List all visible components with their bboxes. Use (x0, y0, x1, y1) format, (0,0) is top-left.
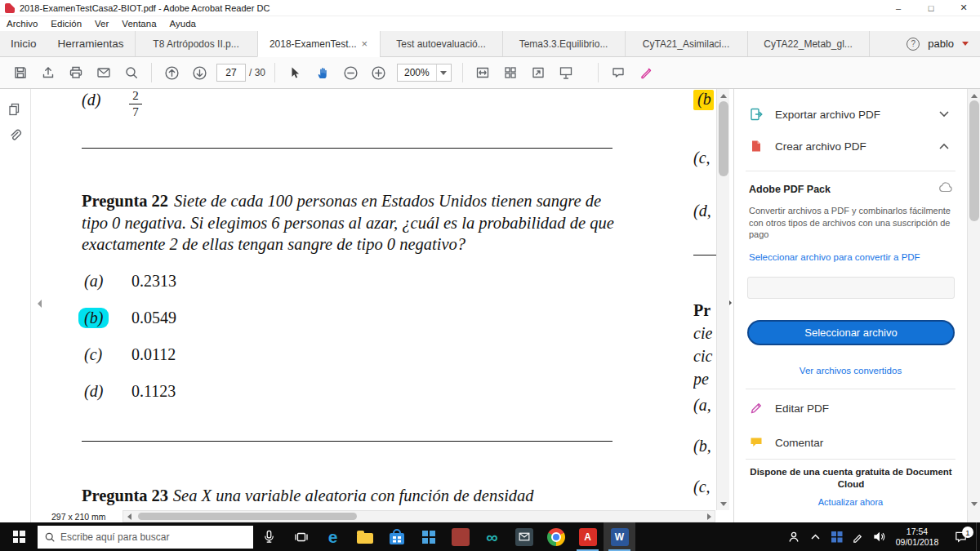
document-tab-3[interactable]: Test autoevaluació... (380, 31, 502, 56)
menu-edicion[interactable]: Edición (44, 19, 88, 29)
page-thumbnails-button[interactable] (7, 102, 22, 120)
zoom-in-button[interactable] (364, 60, 392, 85)
menu-ayuda[interactable]: Ayuda (163, 19, 203, 29)
mail-app-button[interactable] (508, 522, 540, 551)
comment-tool-button[interactable] (604, 60, 632, 85)
convert-file-link[interactable]: Seleccionar archivo para convertir a PDF (749, 252, 920, 262)
chrome-button[interactable] (540, 522, 572, 551)
converted-files-link[interactable]: Ver archivos convertidos (734, 366, 967, 375)
find-button[interactable] (118, 60, 145, 85)
presentation-button[interactable] (552, 60, 580, 85)
document-tab-5[interactable]: CyTA21_Asimilaci... (625, 31, 747, 56)
fit-width-button[interactable] (469, 60, 497, 85)
print-icon (69, 65, 83, 80)
convert-file-input[interactable] (747, 277, 955, 299)
infinity-icon: ∞ (486, 529, 497, 545)
tab-herramientas[interactable]: Herramientas (47, 31, 135, 56)
hand-tool-button[interactable] (309, 60, 336, 85)
previous-page-button[interactable] (158, 60, 185, 85)
comment-item[interactable]: Comentar (734, 432, 967, 453)
col2-item: Pr (693, 301, 710, 320)
minimize-button[interactable]: – (882, 0, 915, 16)
highlight-tool-button[interactable] (632, 60, 660, 85)
panel-vertical-scrollbar[interactable] (967, 89, 980, 522)
question-22-label: Pregunta 22 (82, 192, 168, 210)
zoom-out-button[interactable] (336, 60, 364, 85)
infinity-app-button[interactable]: ∞ (476, 522, 508, 551)
collapse-left-pane-button[interactable] (33, 300, 42, 308)
red-app-button[interactable] (444, 522, 476, 551)
show-desktop-button[interactable] (976, 522, 980, 551)
print-button[interactable] (62, 60, 90, 85)
pen-settings-button[interactable] (847, 522, 868, 551)
scrollbar-thumb[interactable] (719, 101, 728, 176)
tile-view-button[interactable] (497, 60, 524, 85)
scroll-down-button[interactable] (968, 498, 980, 509)
chevron-down-icon[interactable] (939, 111, 949, 118)
scroll-left-button[interactable] (123, 511, 135, 522)
scroll-right-button[interactable] (703, 511, 715, 522)
update-now-link[interactable]: Actualizar ahora (734, 497, 967, 507)
store-button[interactable] (381, 522, 412, 551)
document-tab-6[interactable]: CyTA22_Metab_gl... (747, 31, 870, 56)
tab-inicio[interactable]: Inicio (0, 31, 47, 56)
edit-pdf-item[interactable]: Editar PDF (734, 398, 967, 419)
triangle-down-icon (720, 502, 727, 506)
taskbar-search[interactable] (38, 526, 253, 549)
scrollbar-thumb[interactable] (138, 513, 357, 520)
selection-tool-button[interactable] (281, 60, 309, 85)
next-page-button[interactable] (185, 60, 213, 85)
document-tab-1[interactable]: T8 Artrópodos II.p... (135, 31, 257, 56)
action-center-button[interactable]: 1 (945, 522, 976, 551)
chevron-up-icon[interactable] (939, 143, 949, 149)
cortana-mic-button[interactable] (253, 522, 285, 551)
question-22: Pregunta 22Siete de cada 100 personas en… (82, 190, 621, 256)
task-view-button[interactable] (285, 522, 317, 551)
document-vertical-scrollbar[interactable] (716, 89, 729, 510)
tab-close-icon[interactable]: × (362, 38, 368, 50)
document-tab-2-active[interactable]: 2018-ExamenTest... × (257, 31, 380, 57)
file-explorer-button[interactable] (349, 522, 381, 551)
zoom-level-select[interactable]: 200% (397, 64, 452, 82)
menu-archivo[interactable]: Archivo (0, 19, 44, 29)
volume-button[interactable] (868, 522, 889, 551)
user-menu[interactable]: pablo (928, 38, 954, 50)
scrollbar-thumb[interactable] (969, 100, 979, 221)
scroll-up-button[interactable] (717, 90, 730, 101)
select-file-button[interactable]: Seleccionar archivo (747, 320, 955, 345)
close-button[interactable]: ✕ (947, 0, 980, 16)
people-button[interactable] (783, 522, 804, 551)
scroll-down-button[interactable] (717, 498, 730, 509)
scroll-up-button[interactable] (968, 90, 980, 101)
triangle-down-icon (971, 502, 978, 506)
menu-ver[interactable]: Ver (88, 19, 115, 29)
content-area: (d) 2 7 Pregunta 22Siete de cada 100 per… (0, 89, 980, 522)
create-pdf-item[interactable]: Crear archivo PDF (734, 136, 967, 157)
red-app-icon (452, 528, 470, 546)
save-button[interactable] (7, 60, 34, 85)
tray-expand-button[interactable] (804, 522, 826, 551)
word-taskbar-button[interactable]: W (604, 522, 635, 551)
attachments-button[interactable] (7, 128, 22, 146)
blue-tiles-app-button[interactable] (412, 522, 444, 551)
tray-app-button[interactable] (826, 522, 847, 551)
start-button[interactable] (0, 522, 38, 551)
taskbar-search-input[interactable] (60, 531, 247, 543)
fullscreen-button[interactable] (524, 60, 552, 85)
edge-button[interactable]: e (317, 522, 349, 551)
maximize-button[interactable]: □ (915, 0, 947, 16)
share-button[interactable] (34, 60, 62, 85)
document-tab-4[interactable]: Tema3.3.Equilibrio... (502, 31, 625, 56)
taskbar-clock[interactable]: 17:54 09/01/2018 (889, 527, 945, 548)
page-number-input[interactable]: 27 (216, 64, 246, 82)
menu-ventana[interactable]: Ventana (115, 19, 163, 29)
email-button[interactable] (90, 60, 118, 85)
document-horizontal-scrollbar[interactable] (122, 510, 715, 522)
export-pdf-item[interactable]: Exportar archivo PDF (734, 104, 967, 125)
zoom-caret[interactable] (436, 64, 451, 81)
tab-bar: Inicio Herramientas T8 Artrópodos II.p..… (0, 31, 980, 57)
menu-bar: Archivo Edición Ver Ventana Ayuda (0, 16, 980, 31)
help-icon[interactable]: ? (906, 38, 920, 51)
microphone-icon (262, 530, 276, 544)
acrobat-taskbar-button[interactable]: A (572, 522, 604, 551)
